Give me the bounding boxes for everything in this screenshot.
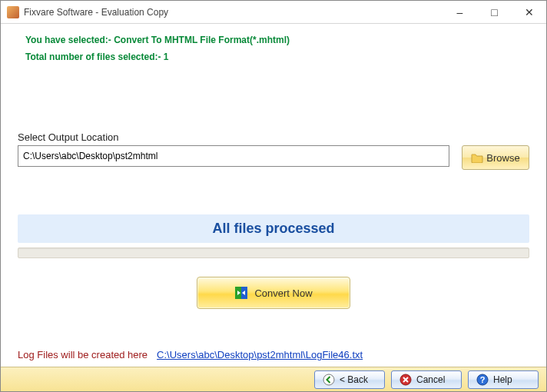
output-location-section: Select Output Location Browse: [18, 131, 529, 170]
maximize-button[interactable]: □: [477, 1, 512, 23]
convert-arrows-icon: [234, 286, 248, 300]
progress-caption: All files processed: [18, 214, 529, 243]
minimize-button[interactable]: –: [443, 1, 477, 23]
progress-area: All files processed: [18, 214, 529, 258]
back-button[interactable]: < Back: [314, 370, 385, 389]
convert-label: Convert Now: [254, 287, 312, 299]
output-location-label: Select Output Location: [18, 131, 529, 143]
back-arrow-icon: [323, 374, 335, 386]
cancel-label: Cancel: [416, 374, 445, 385]
convert-area: Convert Now: [18, 277, 529, 309]
cancel-button[interactable]: Cancel: [391, 370, 462, 389]
svg-text:?: ?: [480, 375, 486, 384]
selection-info: You have selected:- Convert To MHTML Fil…: [18, 35, 529, 45]
titlebar: Fixvare Software - Evaluation Copy – □ ✕: [1, 1, 546, 24]
help-icon: ?: [476, 374, 489, 386]
svg-point-2: [323, 374, 334, 385]
output-location-input[interactable]: [18, 145, 449, 167]
window-title: Fixvare Software - Evaluation Copy: [24, 7, 443, 18]
help-label: Help: [493, 374, 512, 385]
progress-bar: [18, 247, 529, 258]
app-icon: [7, 6, 19, 18]
log-label: Log Files will be created here: [18, 349, 148, 360]
output-location-row: Browse: [18, 145, 529, 170]
folder-icon: [471, 152, 483, 163]
log-line: Log Files will be created here C:\Users\…: [18, 349, 363, 360]
back-label: < Back: [340, 374, 368, 385]
close-button[interactable]: ✕: [512, 1, 546, 23]
convert-now-button[interactable]: Convert Now: [197, 277, 350, 309]
window-controls: – □ ✕: [443, 1, 546, 23]
file-count-info: Total number of files selected:- 1: [18, 51, 529, 62]
cancel-icon: [399, 374, 412, 386]
log-link[interactable]: C:\Users\abc\Desktop\pst2mhtml\LogFile46…: [157, 349, 363, 360]
browse-button[interactable]: Browse: [462, 145, 529, 170]
help-button[interactable]: ? Help: [468, 370, 539, 389]
content-area: You have selected:- Convert To MHTML Fil…: [1, 24, 546, 367]
bottom-bar: < Back Cancel ? Help: [1, 367, 546, 391]
browse-label: Browse: [486, 152, 519, 164]
